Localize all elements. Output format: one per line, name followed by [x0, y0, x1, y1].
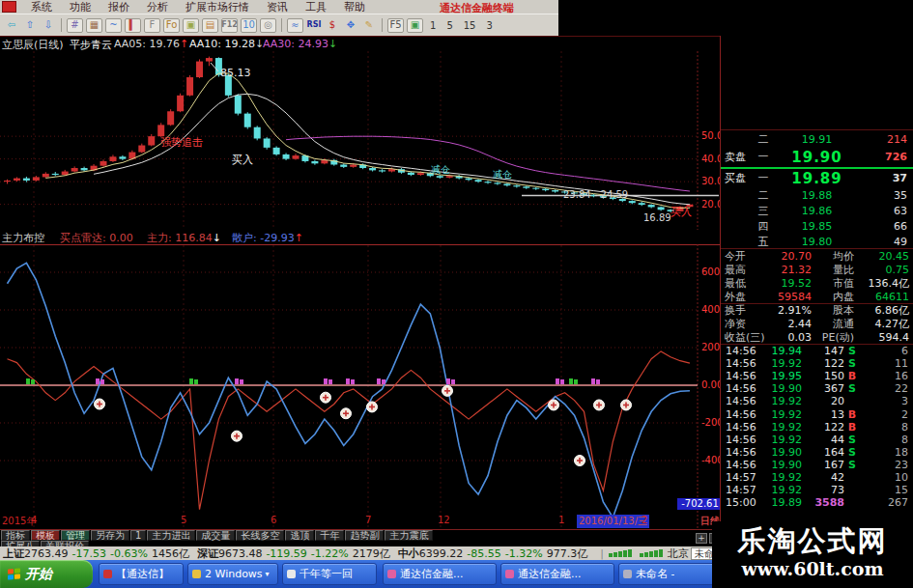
app-window: 系统功能报价分析扩展市场行情资讯工具帮助 通达信金融终端 ⇦⇧⇩#▦~▍FFo▣…	[0, 0, 913, 588]
buy-signal-marker	[574, 379, 578, 384]
toolbar-icon[interactable]: ▣	[407, 18, 423, 33]
order-book-row[interactable]: 买盘一19.8937	[721, 168, 913, 188]
candle-body	[206, 58, 213, 62]
date-tick: 1	[558, 515, 564, 525]
toolbar-icon[interactable]: Fo	[163, 18, 180, 33]
app-logo-icon[interactable]	[2, 1, 16, 13]
toolbar-icon[interactable]: F5	[387, 18, 404, 33]
menu-item-扩展市场行情[interactable]: 扩展市场行情	[177, 1, 258, 14]
toolbar-icon[interactable]: ⇩	[41, 18, 56, 33]
tick-direction: S	[844, 446, 860, 459]
tab-趋势副[interactable]: 趋势副	[345, 530, 384, 541]
taskbar-button[interactable]: 未命名 -	[618, 563, 715, 585]
order-book-volume: 49	[863, 236, 913, 248]
order-book-row[interactable]: 卖盘一19.90726	[721, 147, 913, 167]
tick-price: 19.92	[756, 484, 802, 496]
toolbar-icon[interactable]: ⇧	[22, 18, 38, 33]
order-book-row[interactable]: 五19.8049	[721, 234, 913, 249]
stat-value: 21.32	[759, 264, 812, 276]
taskbar-button[interactable]: 【通达信】	[99, 563, 184, 585]
toolbar-icon[interactable]: 10	[241, 18, 257, 33]
toolbar-icon[interactable]: ✎	[361, 18, 377, 33]
start-button-label: 开始	[25, 566, 52, 583]
toolbar-icon[interactable]: ✥	[343, 18, 358, 33]
taskbar-button[interactable]: 2 Windows▾	[187, 563, 278, 585]
tick-row: 14:5619.92122B8	[721, 421, 913, 434]
order-book-level: 二	[756, 188, 771, 203]
toolbar-icon[interactable]: ▍	[125, 18, 141, 33]
sell-signal-marker	[346, 378, 350, 384]
toolbar-icon[interactable]: ▣	[183, 18, 199, 33]
toolbar-icon[interactable]: F	[144, 18, 160, 33]
chart-area: 立思辰(日线)平步青云AA05: 19.76↑AA10: 19.28↓AA30:…	[0, 36, 720, 525]
toolbar-separator	[281, 18, 282, 32]
start-button[interactable]: 开始	[0, 560, 93, 588]
tab-1[interactable]: 1	[130, 530, 146, 541]
candle-body	[23, 179, 30, 181]
candlestick-chart[interactable]: 50.0040.0030.0020.0085.13强势追击买入减仓减仓23.84…	[0, 51, 720, 230]
period-button-3[interactable]: 3	[482, 20, 496, 31]
toolbar-icon[interactable]: #	[67, 18, 83, 33]
menu-item-分析[interactable]: 分析	[138, 1, 177, 14]
order-book-row[interactable]: 二19.91214	[721, 131, 913, 147]
taskbar-button[interactable]: 通达信金融...	[383, 563, 497, 585]
stat-value: 6.86亿	[856, 303, 913, 318]
candle-body	[648, 205, 655, 207]
period-button-15[interactable]: 15	[460, 20, 480, 31]
indicator-chart[interactable]: 600.00400.00200.000.00-200.00-400.00	[0, 244, 720, 530]
menu-item-功能[interactable]: 功能	[61, 1, 100, 14]
tab-千年[interactable]: 千年	[315, 530, 344, 541]
order-book-row[interactable]: 三19.8663	[721, 203, 913, 218]
tick-price: 19.92	[756, 421, 802, 434]
toolbar-icon[interactable]: ~	[105, 18, 122, 33]
stat-label: 净资	[721, 317, 759, 331]
order-book-volume: 214	[863, 133, 913, 146]
index-value: 6399.22	[419, 547, 464, 560]
menu-item-资讯[interactable]: 资讯	[258, 1, 297, 14]
tick-volume: 164	[802, 446, 844, 459]
candle-body	[254, 127, 261, 139]
sell-signal-marker	[377, 378, 381, 384]
tab-长线多空[interactable]: 长线多空	[236, 530, 284, 541]
toolbar-icon[interactable]: ▦	[86, 18, 102, 33]
taskbar-button[interactable]: 千年等一回	[282, 563, 377, 585]
tick-row: 14:5719.927315	[721, 484, 913, 496]
toolbar-icon[interactable]: ⇦	[4, 18, 19, 33]
taskbar-button-label: 未命名 -	[636, 567, 674, 581]
tab-主力震底[interactable]: 主力震底	[385, 530, 433, 541]
taskbar-button[interactable]: 通达信金融...	[500, 563, 614, 585]
menu-item-工具[interactable]: 工具	[297, 1, 335, 14]
menu-item-系统[interactable]: 系统	[22, 1, 61, 14]
stats-row: 今开20.70均价20.45	[721, 249, 913, 263]
tick-time: 15:00	[721, 496, 756, 509]
stats-row: 最高21.32量比0.75	[721, 263, 913, 276]
candle-body	[311, 161, 318, 163]
toolbar-icon[interactable]: ≈	[287, 18, 303, 33]
toolbar-icon[interactable]: RSI	[306, 18, 322, 33]
tab-成交量[interactable]: 成交量	[196, 530, 235, 541]
zoom-button-+[interactable]: +	[696, 533, 707, 544]
tab-逃顶[interactable]: 逃顶	[285, 530, 314, 541]
signal-bar	[623, 550, 627, 557]
menu-item-帮助[interactable]: 帮助	[335, 1, 374, 14]
order-book-row[interactable]: 四19.8566	[721, 218, 913, 234]
tab-另存为[interactable]: 另存为	[91, 530, 129, 541]
buy-signal-marker	[26, 378, 30, 384]
toolbar-icon[interactable]: ◎	[260, 18, 276, 33]
period-button-1[interactable]: 1	[426, 20, 440, 31]
tick-volume: 167	[802, 459, 844, 471]
menu-item-报价[interactable]: 报价	[100, 1, 138, 14]
toolbar-icon[interactable]: $	[325, 18, 340, 33]
tick-time: 14:56	[721, 421, 756, 434]
stats-row: 外盘59584内盘64611	[721, 290, 913, 303]
tick-row: 14:5619.90167S23	[721, 459, 913, 471]
tick-volume: 73	[802, 484, 844, 496]
tick-time: 14:56	[721, 446, 756, 459]
period-button-5[interactable]: 5	[442, 20, 456, 31]
order-book-row[interactable]: 二19.8835	[721, 187, 913, 203]
stat-value: 19.52	[759, 277, 812, 290]
tick-count: 6	[860, 345, 913, 357]
tab-主力进出[interactable]: 主力进出	[147, 530, 195, 541]
toolbar-icon[interactable]: F12	[221, 18, 238, 33]
toolbar-icon[interactable]: ▤	[202, 18, 218, 33]
